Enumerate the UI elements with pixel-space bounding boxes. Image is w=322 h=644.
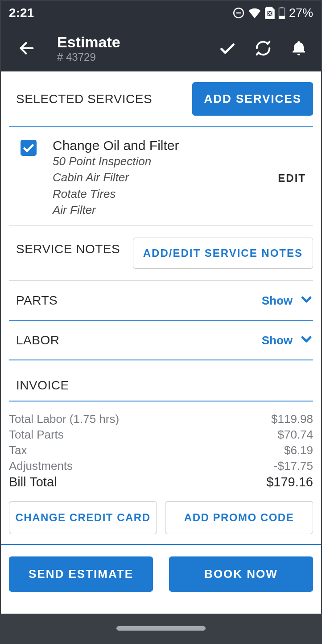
device-frame: 2:21 27% Estimate # 43729 <box>0 0 322 644</box>
service-item: Change Oil and Filter 50 Point Inspectio… <box>1 127 321 226</box>
invoice-line-label: Adjustments <box>9 459 73 473</box>
selected-services-title: SELECTED SERVICES <box>16 92 152 106</box>
invoice-total-label: Bill Total <box>9 475 57 489</box>
parts-row[interactable]: PARTS Show <box>1 281 321 320</box>
app-bar-actions <box>219 39 312 57</box>
bottom-actions: SEND ESTIMATE BOOK NOW <box>1 545 321 605</box>
send-estimate-button[interactable]: SEND ESTIMATE <box>9 556 153 592</box>
invoice-line-adjustments: Adjustments -$17.75 <box>9 458 313 474</box>
edit-service-button[interactable]: EDIT <box>278 172 306 184</box>
invoice-line-label: Total Parts <box>9 428 64 442</box>
wifi-icon <box>248 8 261 18</box>
parts-show-toggle[interactable]: Show <box>262 293 313 309</box>
invoice-line-value: $70.74 <box>277 428 313 442</box>
chevron-down-icon <box>300 293 313 309</box>
labor-title: LABOR <box>16 333 59 347</box>
page-title: Estimate <box>57 33 210 51</box>
status-time: 2:21 <box>9 6 34 20</box>
service-sub-item: Rotate Tires <box>53 186 262 202</box>
selected-services-header: SELECTED SERVICES ADD SERVICES <box>1 71 321 126</box>
add-services-button[interactable]: ADD SERVICES <box>192 82 313 116</box>
invoice-line-value: $6.19 <box>284 443 313 457</box>
change-credit-card-button[interactable]: CHANGE CREDIT CARD <box>9 501 157 534</box>
show-label: Show <box>262 334 293 347</box>
payment-buttons-row: CHANGE CREDIT CARD ADD PROMO CODE <box>1 489 321 544</box>
invoice-line-tax: Tax $6.19 <box>9 443 313 458</box>
sim-icon <box>265 7 275 19</box>
bell-icon[interactable] <box>290 39 308 57</box>
app-bar-titles: Estimate # 43729 <box>57 33 210 64</box>
invoice-line-value: -$17.75 <box>274 459 313 473</box>
show-label: Show <box>262 294 293 308</box>
status-right: 27% <box>233 6 313 20</box>
invoice-line-label: Tax <box>9 443 27 457</box>
svg-rect-5 <box>279 16 285 19</box>
chevron-down-icon <box>300 332 313 349</box>
invoice-line-value: $119.98 <box>271 412 313 426</box>
service-name: Change Oil and Filter <box>53 138 262 153</box>
invoice-lines: Total Labor (1.75 hrs) $119.98 Total Par… <box>1 401 321 489</box>
battery-pct: 27% <box>289 6 313 20</box>
invoice-title: INVOICE <box>16 378 313 401</box>
add-promo-code-button[interactable]: ADD PROMO CODE <box>165 501 313 534</box>
service-sub-item: Cabin Air Filter <box>53 169 262 185</box>
book-now-button[interactable]: BOOK NOW <box>169 556 313 592</box>
service-sub-item: 50 Point Inspection <box>53 153 262 169</box>
add-edit-service-notes-button[interactable]: ADD/EDIT SERVICE NOTES <box>133 238 313 269</box>
service-notes-row: SERVICE NOTES ADD/EDIT SERVICE NOTES <box>1 226 321 280</box>
status-bar: 2:21 27% <box>1 1 321 25</box>
invoice-total: Bill Total $179.16 <box>9 474 313 489</box>
invoice-line-labor: Total Labor (1.75 hrs) $119.98 <box>9 411 313 427</box>
parts-title: PARTS <box>16 293 58 308</box>
invoice-line-label: Total Labor (1.75 hrs) <box>9 412 119 426</box>
battery-icon <box>278 7 285 19</box>
invoice-line-parts: Total Parts $70.74 <box>9 427 313 443</box>
sync-icon[interactable] <box>254 39 272 57</box>
content: SELECTED SERVICES ADD SERVICES Change Oi… <box>1 71 321 614</box>
invoice-section: INVOICE <box>1 360 321 401</box>
nav-pill[interactable] <box>116 626 206 631</box>
service-texts: Change Oil and Filter 50 Point Inspectio… <box>53 138 262 218</box>
service-sub-item: Air Filter <box>53 202 262 218</box>
page-subtitle: # 43729 <box>57 51 210 63</box>
invoice-total-value: $179.16 <box>266 475 313 489</box>
service-checkbox[interactable] <box>21 140 37 156</box>
labor-show-toggle[interactable]: Show <box>262 332 313 349</box>
service-notes-title: SERVICE NOTES <box>16 238 120 256</box>
system-nav-bar <box>1 614 321 643</box>
back-button[interactable] <box>16 38 37 59</box>
dnd-icon <box>233 7 244 19</box>
app-bar: Estimate # 43729 <box>1 25 321 71</box>
confirm-icon[interactable] <box>219 39 236 57</box>
labor-row[interactable]: LABOR Show <box>1 321 321 360</box>
